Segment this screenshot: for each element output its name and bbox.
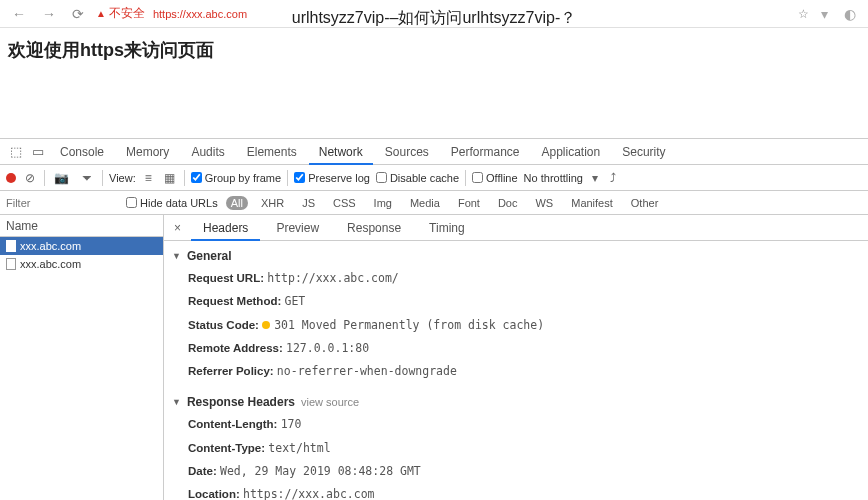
device-toggle-icon[interactable]: ▭ [28,144,48,159]
filter-input[interactable] [6,197,118,209]
detail-tab-response[interactable]: Response [335,215,413,241]
tab-security[interactable]: Security [612,139,675,165]
filter-xhr[interactable]: XHR [256,196,289,210]
request-url-value: http://xxx.abc.com/ [267,271,399,285]
tab-console[interactable]: Console [50,139,114,165]
filter-all[interactable]: All [226,196,248,210]
response-headers-section: Response Headers view source Content-Len… [164,387,868,500]
view-list-icon[interactable]: ≡ [142,171,155,185]
referrer-policy-value: no-referrer-when-downgrade [277,364,457,378]
request-row[interactable]: xxx.abc.com [0,255,163,273]
column-header-name[interactable]: Name [0,215,163,237]
page-overlay-title: urlhtsyzz7vip-–如何访问urlhtsyzz7vip-？ [292,8,577,29]
devtools-panel: ⬚ ▭ Console Memory Audits Elements Netwo… [0,138,868,500]
filter-font[interactable]: Font [453,196,485,210]
filter-doc[interactable]: Doc [493,196,523,210]
response-headers-header[interactable]: Response Headers view source [172,391,860,413]
page-heading: 欢迎使用https来访问页面 [0,28,868,72]
camera-icon[interactable]: 📷 [51,171,72,185]
view-source-link[interactable]: view source [301,396,359,408]
forward-button[interactable]: → [38,6,60,22]
remote-address-label: Remote Address: [188,342,283,354]
close-detail-button[interactable]: × [168,221,187,235]
filter-icon[interactable]: ⏷ [78,171,96,185]
status-code-value: 301 Moved Permanently (from disk cache) [274,318,544,332]
request-list: Name xxx.abc.com xxx.abc.com [0,215,164,500]
request-method-value: GET [284,294,305,308]
devtools-body: Name xxx.abc.com xxx.abc.com × Headers P… [0,215,868,500]
inspect-icon[interactable]: ⬚ [6,144,26,159]
filter-bar: Hide data URLs All XHR JS CSS Img Media … [0,191,868,215]
hide-data-urls-checkbox[interactable]: Hide data URLs [126,197,218,209]
remote-address-value: 127.0.0.1:80 [286,341,369,355]
extension-icon-1[interactable]: ▾ [817,6,832,22]
detail-tab-preview[interactable]: Preview [264,215,331,241]
document-icon [6,258,16,270]
clear-button[interactable]: ⊘ [22,171,38,185]
filter-css[interactable]: CSS [328,196,361,210]
filter-manifest[interactable]: Manifest [566,196,618,210]
tab-performance[interactable]: Performance [441,139,530,165]
detail-tab-timing[interactable]: Timing [417,215,477,241]
back-button[interactable]: ← [8,6,30,22]
offline-checkbox[interactable]: Offline [472,172,518,184]
general-header[interactable]: General [172,245,860,267]
disable-cache-checkbox[interactable]: Disable cache [376,172,459,184]
bookmark-star-icon[interactable]: ☆ [798,7,809,21]
filter-ws[interactable]: WS [530,196,558,210]
tab-memory[interactable]: Memory [116,139,179,165]
filter-js[interactable]: JS [297,196,320,210]
tab-network[interactable]: Network [309,139,373,165]
reload-button[interactable]: ⟳ [68,6,88,22]
record-button[interactable] [6,173,16,183]
request-method-label: Request Method: [188,295,281,307]
referrer-policy-label: Referrer Policy: [188,365,274,377]
network-toolbar: ⊘ 📷 ⏷ View: ≡ ▦ Group by frame Preserve … [0,165,868,191]
preserve-log-checkbox[interactable]: Preserve log [294,172,370,184]
request-row[interactable]: xxx.abc.com [0,237,163,255]
view-label: View: [109,172,136,184]
upload-icon[interactable]: ⤴ [607,171,619,185]
document-icon [6,240,16,252]
extension-icon-2[interactable]: ◐ [840,6,860,22]
tab-application[interactable]: Application [532,139,611,165]
filter-img[interactable]: Img [369,196,397,210]
detail-tabs: × Headers Preview Response Timing [164,215,868,241]
general-section: General Request URL: http://xxx.abc.com/… [164,241,868,387]
tab-sources[interactable]: Sources [375,139,439,165]
throttling-select[interactable]: No throttling [524,172,583,184]
group-by-frame-checkbox[interactable]: Group by frame [191,172,281,184]
request-detail: × Headers Preview Response Timing Genera… [164,215,868,500]
devtools-tabs: ⬚ ▭ Console Memory Audits Elements Netwo… [0,139,868,165]
status-code-label: Status Code: [188,319,259,331]
view-grid-icon[interactable]: ▦ [161,171,178,185]
chevron-down-icon[interactable]: ▾ [589,171,601,185]
detail-tab-headers[interactable]: Headers [191,215,260,241]
request-url-label: Request URL: [188,272,264,284]
address-bar[interactable]: https://xxx.abc.com [153,8,247,20]
filter-media[interactable]: Media [405,196,445,210]
tab-elements[interactable]: Elements [237,139,307,165]
filter-other[interactable]: Other [626,196,664,210]
tab-audits[interactable]: Audits [181,139,234,165]
insecure-badge[interactable]: 不安全 [96,5,145,22]
status-dot-icon [262,321,270,329]
